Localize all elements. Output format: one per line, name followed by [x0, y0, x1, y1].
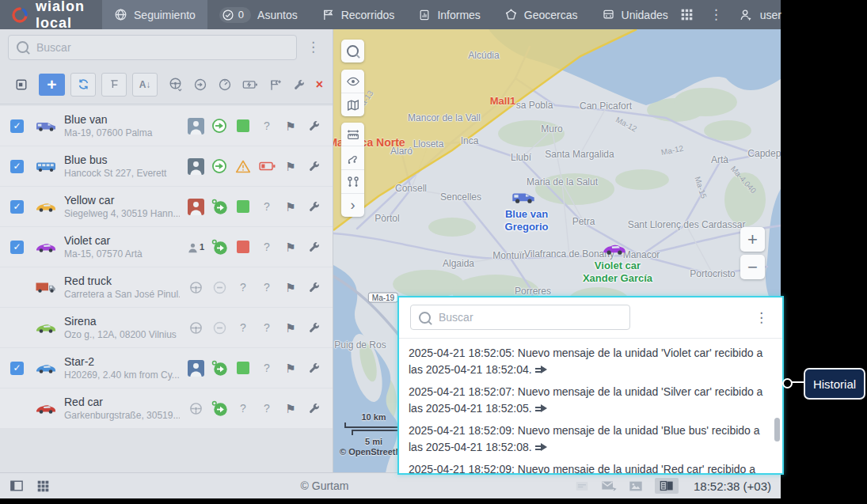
unit-checkbox[interactable]: ✓ [10, 160, 24, 173]
driver-cell[interactable] [188, 320, 203, 335]
unit-checkbox[interactable]: ✓ [10, 362, 24, 375]
driver-cell[interactable] [188, 280, 203, 295]
motion-cell[interactable] [211, 198, 228, 215]
driver-cell[interactable] [188, 401, 203, 416]
unit-row[interactable]: ✓ Violet car Ma-15, 07570 Artà 1?⚑ [0, 227, 333, 267]
unit-checkbox[interactable]: ✓ [10, 200, 24, 214]
sensor-cell[interactable]: ? [264, 119, 270, 132]
app-logo[interactable]: wialon local [0, 0, 102, 29]
flag-icon[interactable]: ⚑ [285, 282, 295, 294]
zoom-in-button[interactable]: + [740, 227, 765, 252]
motion-cell[interactable] [211, 158, 227, 174]
unit-marker[interactable] [511, 189, 536, 209]
unit-row[interactable]: Sirena Ozo g., 12A, 08200 Vilnius ??⚑ [0, 308, 333, 347]
motion-cell[interactable] [211, 118, 227, 134]
connection-cell[interactable]: ? [240, 321, 246, 334]
sensor-column-icon[interactable] [218, 78, 232, 92]
wrench-icon[interactable] [308, 362, 321, 374]
motion-cell[interactable] [211, 400, 228, 417]
tree-view-button[interactable] [101, 73, 127, 97]
sidebar-kebab-icon[interactable]: ⋮ [297, 40, 325, 54]
sensor-cell[interactable]: ? [264, 241, 270, 253]
goto-message-arrow-icon[interactable] [535, 443, 547, 452]
driver-cell[interactable] [188, 360, 204, 377]
flag-icon[interactable]: ⚑ [285, 241, 295, 253]
route-icon[interactable] [341, 146, 364, 169]
map-search-control[interactable] [341, 40, 364, 63]
motion-cell[interactable] [212, 280, 227, 295]
unit-checkbox[interactable] [10, 321, 24, 335]
sensor-cell[interactable]: ? [264, 281, 270, 294]
sensor-cell[interactable]: ? [264, 200, 270, 213]
battery-column-icon[interactable] [242, 79, 258, 90]
motion-cell[interactable] [212, 320, 227, 335]
history-kebab-icon[interactable]: ⋮ [755, 311, 771, 324]
unit-checkbox[interactable]: ✓ [10, 241, 24, 254]
unit-row[interactable]: Red truck Carretera a San José Pinul... … [0, 267, 333, 307]
wrench-icon[interactable] [308, 160, 321, 172]
driver-cell[interactable]: 1 [187, 241, 204, 253]
flag-icon[interactable]: ⚑ [285, 120, 295, 132]
apps-grid-icon[interactable] [680, 8, 694, 21]
tab-unidades[interactable]: Unidades [590, 0, 680, 29]
driver-cell[interactable] [188, 118, 204, 135]
navbar-kebab-icon[interactable]: ⋮ [709, 8, 723, 21]
log-panel-icon[interactable] [655, 478, 679, 494]
sensor-cell[interactable]: ? [264, 362, 270, 374]
connection-cell[interactable] [237, 200, 249, 213]
unit-checkbox[interactable] [10, 402, 24, 415]
sidebar-search-input[interactable] [35, 40, 288, 55]
wrench-column-icon[interactable] [293, 78, 306, 91]
tab-seguimiento[interactable]: Seguimiento [102, 0, 207, 29]
sensor-cell[interactable]: ? [264, 321, 270, 334]
ruler-icon[interactable] [341, 123, 364, 146]
map-source-icon[interactable] [341, 93, 364, 116]
sensor-cell[interactable]: ? [264, 402, 270, 415]
wrench-icon[interactable] [308, 402, 321, 415]
select-all-icon[interactable] [10, 74, 33, 96]
flag-icon[interactable]: ⚑ [285, 201, 295, 213]
unit-checkbox[interactable] [10, 281, 24, 294]
connection-cell[interactable]: ? [240, 281, 246, 294]
unit-checkbox[interactable]: ✓ [10, 119, 24, 133]
clear-selection-icon[interactable]: × [316, 78, 323, 92]
unit-row[interactable]: ✓ Star-2 H20269, 2.40 km from Cy... ?⚑ [0, 348, 333, 388]
unit-marker[interactable] [602, 241, 627, 260]
unit-row[interactable]: ✓ Blue van Ma-19, 07600 Palma ?⚑ [0, 106, 333, 146]
wrench-icon[interactable] [308, 241, 321, 253]
visibility-eye-icon[interactable] [341, 70, 364, 93]
sidebar-search-field[interactable] [8, 35, 297, 60]
sensor-cell[interactable] [259, 161, 276, 172]
flag-add-column-icon[interactable] [268, 78, 283, 92]
motion-cell[interactable] [211, 359, 228, 377]
refresh-button[interactable] [70, 73, 96, 97]
driver-cell[interactable] [188, 199, 204, 215]
tab-recorridos[interactable]: Recorridos [310, 0, 407, 29]
flag-icon[interactable]: ⚑ [285, 161, 295, 172]
wrench-icon[interactable] [308, 119, 321, 132]
expand-tools-chevron-icon[interactable]: › [341, 193, 364, 217]
history-search-input[interactable] [437, 310, 622, 324]
waypoints-icon[interactable] [341, 169, 364, 193]
flag-icon[interactable]: ⚑ [285, 403, 295, 415]
zoom-out-button[interactable]: − [740, 255, 765, 279]
driver-column-icon[interactable] [168, 77, 183, 92]
connection-cell[interactable] [235, 159, 251, 174]
connection-cell[interactable] [237, 362, 249, 374]
flag-icon[interactable]: ⚑ [285, 362, 295, 374]
connection-cell[interactable] [237, 241, 249, 253]
wrench-icon[interactable] [308, 200, 321, 213]
motion-cell[interactable] [211, 238, 228, 256]
connection-cell[interactable]: ? [240, 402, 246, 415]
goto-message-arrow-icon[interactable] [535, 404, 547, 413]
history-search-field[interactable] [410, 305, 630, 330]
tab-geocercas[interactable]: Geocercas [492, 0, 590, 29]
unit-row[interactable]: ✓ Yellow car Siegelweg 4, 30519 Hann... … [0, 187, 333, 226]
connection-cell[interactable] [237, 119, 249, 132]
tab-asuntos[interactable]: 0 Asuntos [207, 0, 310, 29]
user-menu[interactable]: user [739, 8, 781, 22]
unit-row[interactable]: Red car Garkenburgstraße, 30519... ??⚑ [0, 388, 333, 428]
goto-message-arrow-icon[interactable] [535, 366, 547, 374]
wrench-icon[interactable] [308, 281, 321, 294]
sort-button[interactable]: A↓ [132, 73, 158, 97]
